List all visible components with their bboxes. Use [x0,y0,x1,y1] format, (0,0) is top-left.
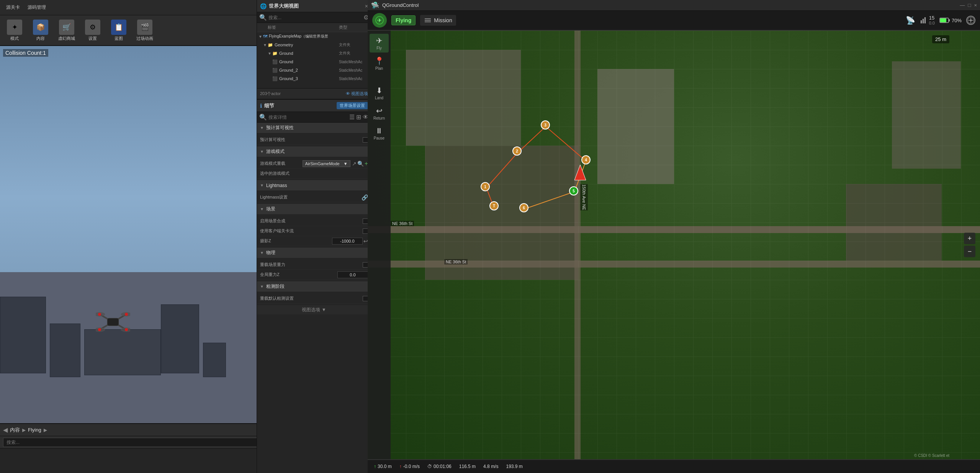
waypoint-1[interactable]: 1 [481,182,490,191]
prop-checkbox-clientstream[interactable] [363,228,368,234]
content-icon: 📦 [33,20,48,35]
details-search-input[interactable] [268,115,348,120]
outliner-row-2[interactable]: ▼ 📁 Ground 文件夹 [257,49,371,57]
zoom-in-btn[interactable]: + [964,233,975,244]
prop-row-coarse: 重载默认粗测设置 [257,294,371,304]
sidebar-return-btn[interactable]: ↩ Return [370,104,389,123]
outliner-row-3[interactable]: ⬛ Ground StaticMeshAc [257,57,371,66]
qgc-mission-btn[interactable]: Mission [420,15,456,26]
waypoint-T[interactable]: T [489,201,499,210]
qgc-close-btn[interactable]: × [974,2,977,8]
gamemode-link-icon[interactable]: ↗ [352,161,357,167]
col-type: 类型 [339,25,370,30]
waypoint-5[interactable]: 5 [569,186,578,195]
section-label-5: 粗测阶段 [266,283,285,290]
waypoint-3[interactable]: 3 [541,120,550,130]
svg-point-11 [98,328,101,331]
icon-group-content[interactable]: 📦 内容 [29,18,52,43]
marketplace-icon: 🛒 [59,20,74,35]
gamemode-search-icon[interactable]: 🔍 [357,161,364,167]
outliner-items-list: ▼ 🗺 FlyingExampleMap（编辑世界场景 ▼ 📁 Geometry… [257,32,371,88]
details-view-toggle-1[interactable]: ☰ [349,113,355,121]
qgc-compass[interactable] [966,16,975,25]
qgc-signal-btn[interactable]: 📡 [906,16,915,25]
toolbar-item-sourcemgmt[interactable]: 源码管理 [25,3,49,12]
prop-checkbox-precomputed[interactable] [363,137,368,143]
section-gamemode[interactable]: ▼ 游戏模式 [257,146,371,157]
prop-label-scenecomp: 启用场景合成 [260,218,363,224]
outliner-header: 🌐 世界大纲视图 × [257,0,371,12]
zoom-out-btn[interactable]: − [964,246,975,257]
section-content-2: Lightmass设置 🔗 [257,191,371,204]
sidebar-plan-btn[interactable]: 📍 Plan [370,54,389,73]
lightmass-link[interactable]: 🔗 [362,194,368,200]
prop-checkbox-coarse[interactable] [363,296,368,301]
prop-checkbox-scenecomp[interactable] [363,218,368,224]
section-arrow-4: ▼ [260,251,264,255]
status-altitude: ↑ 30.0 m [374,464,392,469]
icon-group-settings[interactable]: ⚙ 设置 [81,18,104,43]
outliner-icon-4: ⬛ [272,68,278,73]
toolbar-item-sourcemap[interactable]: 源关卡 [3,3,23,12]
outliner-type-4: StaticMeshAc [339,68,370,72]
path-root[interactable]: 内容 [10,427,20,434]
section-physics[interactable]: ▼ 物理 [257,248,371,258]
status-dist1: 116.5 m [459,464,476,469]
details-view-toggle-2[interactable]: ⊞ [356,113,361,121]
qgc-drone-logo[interactable]: ✈ [372,13,387,28]
path-arrow-left[interactable]: ◀ [3,426,8,434]
details-view-options[interactable]: 视图选项 ▼ [257,305,371,314]
settings-label: 设置 [88,36,97,41]
world-settings-btn[interactable]: 世界场景设置 [337,102,368,109]
pause-label: Pause [374,136,384,140]
map-zoom-controls: + − [964,233,975,257]
icon-group-blueprint[interactable]: 📋 蓝图 [107,18,130,43]
section-arrow-3: ▼ [260,207,264,211]
sidebar-pause-btn[interactable]: ⏸ Pause [370,124,389,143]
sidebar-fly-btn[interactable]: ✈ Fly [370,34,389,53]
scene-box-3 [161,304,199,373]
fly-label: Fly [376,46,381,50]
section-precomputed[interactable]: ▼ 预计算可视性 [257,123,371,133]
section-content-3: 启用场景合成 使用客户端关卡流 摄影Z -1000.0 ↩ [257,215,371,248]
qgc-map[interactable]: NE 36th St NE 36th St 150th Ave NE ✈ Fly… [368,31,980,459]
prop-row-gravity-override: 重载场景重力 [257,260,371,270]
svg-rect-18 [921,20,922,23]
outliner-row-5[interactable]: ⬛ Ground_3 StaticMeshAc [257,74,371,83]
section-coarse[interactable]: ▼ 粗测阶段 [257,281,371,292]
waypoint-2[interactable]: 2 [512,146,522,156]
outliner-name-3: Ground [279,59,339,64]
qgc-minimize-btn[interactable]: — [960,2,965,8]
waypoint-6[interactable]: 6 [519,203,528,212]
sidebar-land-btn[interactable]: ⬇ Land [370,84,389,102]
details-search-bar: 🔍 ☰ ⊞ 👁 [257,112,371,123]
icon-group-cinematics[interactable]: 🎬 过场动画 [133,18,156,43]
waypoint-4[interactable]: 4 [581,155,591,164]
dist3-value: 193.9 m [506,464,522,469]
icon-group-mode[interactable]: ✦ 模式 [3,18,26,43]
prop-val-gravityz[interactable]: 0.0 [337,271,368,278]
outliner-type-5: StaticMeshAc [339,77,370,81]
section-lightmass[interactable]: ▼ Lightmass [257,180,371,191]
section-label-4: 物理 [266,250,275,256]
outliner-name-5: Ground_3 [279,76,339,81]
outliner-row-1[interactable]: ▼ 📁 Geometry 文件夹 [257,41,371,49]
path-flying[interactable]: Flying [28,427,41,433]
prop-val-cameraz[interactable]: -1000.0 [332,238,363,245]
qgc-status-flying: Flying [391,15,416,25]
icon-group-marketplace[interactable]: 🛒 虚幻商城 [55,18,78,43]
outliner-type-1: 文件夹 [339,42,370,48]
outliner-row-4[interactable]: ⬛ Ground_2 StaticMeshAc [257,66,371,74]
outliner-row-0[interactable]: ▼ 🗺 FlyingExampleMap（编辑世界场景 [257,32,371,41]
plan-icon: 📍 [375,56,384,66]
prop-gamemode-dropdown[interactable]: AirSimGameMode ▼ [303,160,350,167]
qgc-battery-pct: 70% [952,18,962,23]
dropdown-arrow: ▼ [344,161,348,166]
outliner-search-input[interactable] [268,15,362,20]
prop-checkbox-gravity-override[interactable] [363,262,368,268]
view-options-btn[interactable]: 👁 视图选项 [346,91,368,97]
scene-box-2 [50,324,80,377]
qgc-maximize-btn[interactable]: □ [968,2,971,8]
section-scene[interactable]: ▼ 场景 [257,204,371,215]
section-content-0: 预计算可视性 [257,133,371,146]
